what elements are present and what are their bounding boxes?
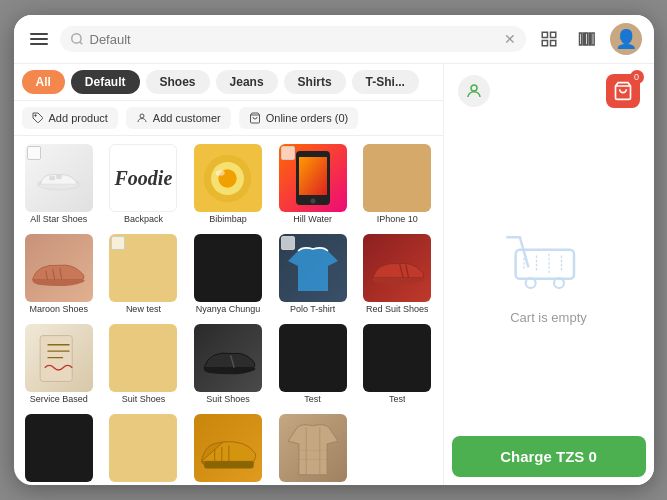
svg-rect-2 [542,32,547,37]
product-image [279,324,347,392]
svg-point-23 [310,199,315,204]
cart-count-badge: 0 [630,70,644,84]
svg-rect-25 [204,461,254,468]
online-orders-button[interactable]: Online orders (0) [239,107,359,129]
product-card[interactable]: Bibimbap [187,140,270,228]
empty-cart-illustration [499,218,599,298]
grid-view-icon[interactable] [534,24,564,54]
svg-rect-5 [550,41,555,46]
product-image [363,324,431,392]
action-bar: Add product Add customer Online orders (… [14,101,443,136]
cart-empty-label: Cart is empty [510,310,587,325]
product-name: Bibimbap [209,214,247,224]
product-card[interactable]: IPhone 10 [356,140,439,228]
product-card[interactable]: Suit Shoes [102,320,185,408]
header: ✕ 👤 [14,15,654,64]
product-card[interactable]: Test test [102,410,185,485]
person-icon [136,112,148,124]
product-image [363,234,431,302]
product-card[interactable]: Timberland Boo... [187,410,270,485]
add-customer-button[interactable]: Add customer [126,107,231,129]
product-name: Nyanya Chungu [196,304,261,314]
product-card[interactable]: All Star Shoes [18,140,101,228]
product-name: Service Based [30,394,88,404]
header-icons: 👤 [534,23,642,55]
product-image [109,234,177,302]
product-name: Maroon Shoes [30,304,89,314]
product-name: Suit Shoes [206,394,250,404]
svg-rect-22 [299,157,327,195]
main-content: All Default Shoes Jeans Shirts T-Shi... … [14,64,654,485]
product-image [109,414,177,482]
tab-all[interactable]: All [22,70,65,94]
product-name: Backpack [124,214,163,224]
product-name: Test [304,394,321,404]
product-name: New test [126,304,161,314]
product-card[interactable]: Service Based [18,320,101,408]
barcode-icon[interactable] [572,24,602,54]
product-card[interactable]: Test [356,320,439,408]
user-icon[interactable] [458,75,490,107]
product-name: All Star Shoes [30,214,87,224]
svg-rect-4 [542,41,547,46]
product-image [194,324,262,392]
product-image [194,144,262,212]
cart-badge-wrap: 0 [606,74,640,108]
search-bar[interactable]: ✕ [60,26,526,52]
svg-rect-6 [579,33,581,45]
svg-line-1 [79,42,82,45]
svg-point-20 [216,170,225,176]
search-input[interactable] [90,32,498,47]
svg-point-11 [34,115,36,117]
svg-rect-15 [49,176,54,180]
product-name: Hill Water [293,214,332,224]
hamburger-menu[interactable] [26,29,52,49]
product-card[interactable]: New test [102,230,185,318]
svg-rect-24 [40,335,72,381]
product-image [25,144,93,212]
product-card[interactable]: Polo T-shirt [271,230,354,318]
product-image [194,414,262,482]
online-orders-label: Online orders (0) [266,112,349,124]
product-card[interactable]: Foodie Backpack [102,140,185,228]
product-name: IPhone 10 [377,214,418,224]
add-product-button[interactable]: Add product [22,107,118,129]
tab-shirts[interactable]: Shirts [284,70,346,94]
add-product-label: Add product [49,112,108,124]
tab-shoes[interactable]: Shoes [146,70,210,94]
product-name: Timberland Boo... [193,484,264,485]
charge-button[interactable]: Charge TZS 0 [452,436,646,477]
product-card[interactable]: Woman Coat [271,410,354,485]
product-name: Test [389,394,406,404]
tab-jeans[interactable]: Jeans [216,70,278,94]
svg-rect-9 [589,33,590,45]
product-name: Test test [127,484,161,485]
svg-rect-7 [583,33,584,45]
add-customer-label: Add customer [153,112,221,124]
tab-tshirts[interactable]: T-Shi... [352,70,419,94]
svg-point-0 [71,34,80,43]
product-image: Foodie [109,144,177,212]
clear-icon[interactable]: ✕ [504,31,516,47]
svg-rect-10 [591,33,593,45]
product-card[interactable]: Test [271,320,354,408]
product-image [25,324,93,392]
cart-panel: 0 Cart is e [444,64,654,485]
product-name: Woman Coat [286,484,338,485]
bag-icon [249,112,261,124]
svg-point-26 [471,85,477,91]
product-card[interactable]: Test [18,410,101,485]
product-name: Polo T-shirt [290,304,335,314]
product-card[interactable]: Hill Water [271,140,354,228]
product-card[interactable]: Nyanya Chungu [187,230,270,318]
avatar[interactable]: 👤 [610,23,642,55]
product-card[interactable]: Red Suit Shoes [356,230,439,318]
product-card[interactable]: Suit Shoes [187,320,270,408]
product-card[interactable]: Maroon Shoes [18,230,101,318]
product-image [279,234,347,302]
product-name: Red Suit Shoes [366,304,429,314]
tab-default[interactable]: Default [71,70,140,94]
cart-empty-area: Cart is empty [444,114,654,428]
product-image [194,234,262,302]
tag-icon [32,112,44,124]
